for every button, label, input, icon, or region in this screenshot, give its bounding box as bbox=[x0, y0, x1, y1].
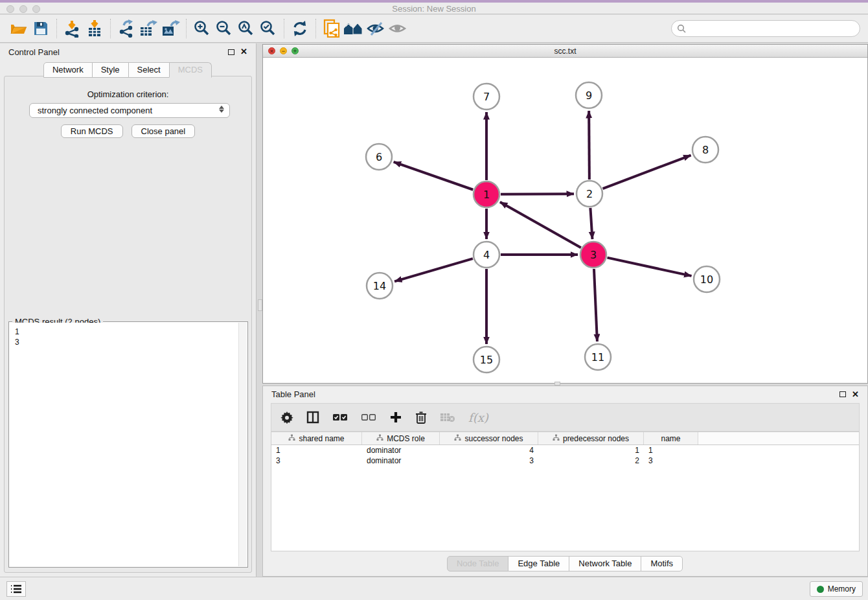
graph-node-9[interactable]: 9 bbox=[576, 82, 602, 108]
zoom-out-icon[interactable] bbox=[213, 17, 235, 40]
table-cell[interactable]: 3 bbox=[271, 456, 362, 466]
status-bar: Memory bbox=[0, 577, 868, 600]
zoom-selected-region-icon[interactable] bbox=[257, 17, 279, 40]
edge-2-to-9[interactable] bbox=[589, 111, 589, 179]
graph-node-4[interactable]: 4 bbox=[474, 242, 499, 268]
table-cell[interactable]: 3 bbox=[644, 456, 698, 466]
tab-motifs[interactable]: Motifs bbox=[641, 556, 683, 571]
tab-node-table[interactable]: Node Table bbox=[447, 556, 509, 571]
network-window-titlebar[interactable]: × − + scc.txt bbox=[263, 45, 867, 58]
column-header-MCDS-role[interactable]: MCDS role bbox=[362, 432, 440, 444]
column-header-successor-nodes[interactable]: successor nodes bbox=[440, 432, 538, 444]
tab-network-table[interactable]: Network Table bbox=[569, 556, 641, 571]
export-network-icon[interactable] bbox=[115, 17, 137, 40]
memory-button[interactable]: Memory bbox=[810, 581, 863, 597]
show-panels-list-button[interactable] bbox=[6, 581, 26, 597]
import-network-from-file-icon[interactable] bbox=[62, 17, 84, 40]
zoom-in-icon[interactable] bbox=[191, 17, 213, 40]
import-table-from-file-icon[interactable] bbox=[84, 17, 106, 40]
new-network-from-selection-icon[interactable] bbox=[321, 17, 343, 40]
deselect-all-columns-icon[interactable] bbox=[361, 413, 376, 422]
network-canvas[interactable]: 7968124314101511 bbox=[263, 58, 867, 383]
edge-1-to-6[interactable] bbox=[394, 162, 474, 190]
show-all-icon[interactable] bbox=[387, 17, 409, 40]
graph-node-8[interactable]: 8 bbox=[692, 137, 718, 163]
toolbar-separator bbox=[110, 19, 111, 38]
table-cell[interactable]: 2 bbox=[538, 456, 644, 466]
tab-network[interactable]: Network bbox=[43, 62, 93, 78]
export-image-icon[interactable] bbox=[159, 17, 181, 40]
mcds-result-text[interactable]: 1 3 bbox=[10, 323, 238, 566]
tab-style[interactable]: Style bbox=[92, 62, 129, 78]
save-session-icon[interactable] bbox=[30, 17, 52, 40]
run-mcds-button[interactable]: Run MCDS bbox=[61, 124, 123, 138]
graph-node-11[interactable]: 11 bbox=[585, 344, 611, 370]
export-table-icon[interactable] bbox=[137, 17, 159, 40]
svg-text:15: 15 bbox=[480, 354, 493, 366]
column-label: shared name bbox=[299, 434, 344, 443]
optimization-criterion-select[interactable]: strongly connected component bbox=[29, 103, 230, 118]
table-toolbar: f(x) bbox=[271, 403, 860, 432]
add-column-icon[interactable] bbox=[389, 411, 402, 424]
graph-node-14[interactable]: 14 bbox=[367, 273, 393, 299]
edge-1-to-2[interactable] bbox=[501, 194, 574, 194]
function-builder-icon[interactable]: f(x) bbox=[468, 411, 488, 424]
table-cell[interactable]: 3 bbox=[440, 456, 538, 466]
table-cell[interactable]: 1 bbox=[271, 445, 362, 456]
tab-edge-table[interactable]: Edge Table bbox=[508, 556, 569, 571]
close-panel-icon[interactable]: ✕ bbox=[240, 49, 247, 55]
vertical-splitter-handle[interactable] bbox=[258, 299, 262, 311]
edge-3-to-11[interactable] bbox=[594, 269, 597, 341]
column-header-predecessor-nodes[interactable]: predecessor nodes bbox=[538, 432, 644, 444]
column-header-name[interactable]: name bbox=[644, 432, 698, 444]
app-titlebar: Session: New Session bbox=[0, 0, 868, 14]
graph-node-15[interactable]: 15 bbox=[474, 347, 499, 373]
close-table-panel-icon[interactable]: ✕ bbox=[852, 391, 859, 398]
column-header-shared-name[interactable]: shared name bbox=[271, 432, 362, 444]
column-label: predecessor nodes bbox=[563, 434, 629, 443]
network-view-window: × − + scc.txt 7968124314101511 bbox=[262, 44, 868, 384]
select-all-columns-icon[interactable] bbox=[332, 413, 348, 422]
table-row[interactable]: 1dominator411 bbox=[271, 445, 859, 456]
tab-mcds[interactable]: MCDS bbox=[169, 62, 212, 78]
graph-node-7[interactable]: 7 bbox=[474, 84, 499, 110]
graph-node-2[interactable]: 2 bbox=[577, 181, 602, 207]
tab-select[interactable]: Select bbox=[128, 62, 170, 78]
zoom-fit-content-icon[interactable] bbox=[235, 17, 257, 40]
table-settings-icon[interactable] bbox=[280, 411, 293, 424]
apply-preferred-layout-icon[interactable] bbox=[289, 17, 311, 40]
toolbar-separator bbox=[284, 19, 284, 38]
search-input[interactable] bbox=[671, 20, 860, 37]
show-columns-icon[interactable] bbox=[306, 411, 319, 424]
table-cell[interactable]: dominator bbox=[362, 445, 440, 456]
network-window-title: scc.txt bbox=[263, 47, 867, 56]
mcds-result-scrollbar[interactable] bbox=[238, 323, 247, 566]
table-cell[interactable]: 4 bbox=[440, 445, 538, 456]
edge-2-to-3[interactable] bbox=[590, 208, 592, 239]
edge-4-to-14[interactable] bbox=[394, 259, 473, 281]
close-panel-button[interactable]: Close panel bbox=[131, 124, 196, 138]
graph-node-3[interactable]: 3 bbox=[580, 242, 606, 268]
graph-node-6[interactable]: 6 bbox=[366, 144, 392, 170]
edge-3-to-1[interactable] bbox=[500, 202, 581, 248]
hide-selected-icon[interactable] bbox=[365, 17, 387, 40]
edge-3-to-10[interactable] bbox=[607, 258, 691, 276]
delete-table-icon[interactable] bbox=[440, 412, 455, 422]
optimization-criterion-label: Optimization criterion: bbox=[5, 89, 251, 99]
table-cell[interactable]: 1 bbox=[538, 445, 644, 456]
graph-node-10[interactable]: 10 bbox=[694, 266, 720, 292]
open-file-icon[interactable] bbox=[8, 17, 30, 40]
svg-text:2: 2 bbox=[586, 188, 593, 200]
svg-text:9: 9 bbox=[586, 89, 592, 102]
delete-column-icon[interactable] bbox=[415, 411, 427, 424]
search-box bbox=[671, 20, 860, 37]
table-cell[interactable]: dominator bbox=[362, 456, 440, 466]
graph-node-1[interactable]: 1 bbox=[474, 181, 499, 207]
float-table-panel-icon[interactable] bbox=[839, 391, 846, 397]
float-panel-icon[interactable] bbox=[228, 49, 234, 55]
table-panel-title: Table Panel bbox=[271, 389, 315, 399]
first-neighbors-icon[interactable] bbox=[343, 17, 365, 40]
table-row[interactable]: 3dominator323 bbox=[271, 456, 859, 466]
table-cell[interactable]: 1 bbox=[644, 445, 698, 456]
edge-2-to-8[interactable] bbox=[603, 156, 691, 189]
